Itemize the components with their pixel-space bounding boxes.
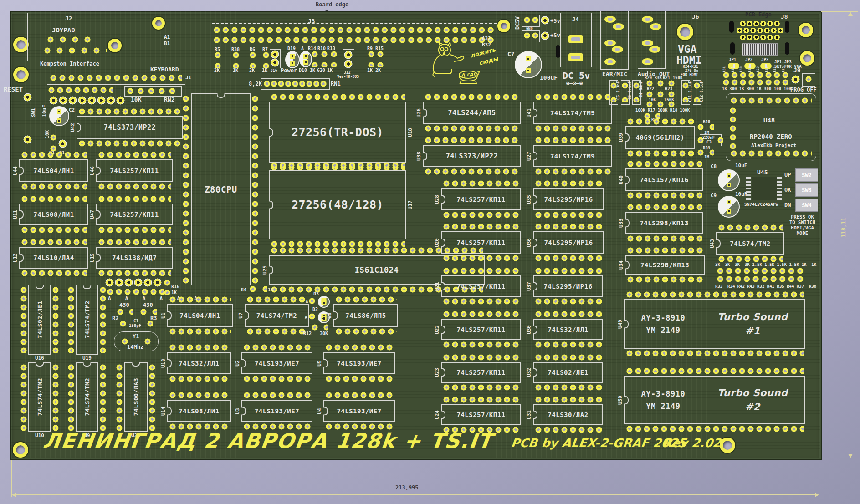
dim-ext-right2	[819, 460, 819, 497]
dc5v-text: DC 5v	[563, 71, 590, 81]
r24-r31-pads-bottom	[722, 79, 789, 86]
r1-value: 10K	[45, 130, 50, 138]
pin1-notch	[533, 282, 538, 290]
sw2-button: SW2	[795, 168, 818, 182]
chip-u29: U2974LS00/ЛА3	[124, 362, 148, 432]
dim-arrow-up-icon	[848, 12, 853, 16]
j12-outline	[343, 49, 354, 70]
pin1-notch	[625, 219, 630, 227]
chip-ref: U38	[416, 152, 422, 161]
rn1-outline	[261, 78, 330, 90]
ladder-refs: R33 R34 R42 R43 R32 R41 R35 R44 R37 R36	[715, 284, 816, 289]
turbo-sound-name: Turbo Sound	[717, 311, 788, 322]
u48-pads-bottom	[730, 150, 812, 157]
chip-label: 74LS174/ТМ9	[550, 153, 595, 160]
chip-ref: U7	[238, 312, 244, 318]
dc5v-pads-b	[523, 32, 538, 39]
rn1-pads	[263, 81, 327, 87]
j12-pads	[343, 50, 353, 60]
p5v-label-a: +5v	[550, 18, 560, 25]
j8-slot	[785, 21, 789, 33]
chip-u45	[752, 177, 777, 200]
chip-ref: U15	[89, 253, 95, 262]
pin1-notch	[167, 407, 172, 415]
chip-u22: U2274LS257/КП11	[441, 319, 521, 340]
chip-label: 74LS157/КП16	[640, 176, 688, 183]
chip-label: 74LS00/ЛА3	[133, 378, 139, 416]
chip-u35: U3574LS295/ИР16	[533, 188, 604, 210]
chip-u10: U1074LS74/ТМ2	[28, 362, 51, 432]
mounting-hole	[152, 17, 165, 30]
chip-label: 74LS08/ЛИ1	[179, 407, 219, 415]
chip-u21: U2174LS257/КП11	[441, 275, 521, 297]
chip-ref: U30	[526, 325, 532, 334]
chip-z80: Z80CPU	[191, 93, 251, 285]
mode-note: PRESS OK TO SWITCH HDMI/VGA MODE	[789, 214, 815, 236]
chip-label: 74LS257/КП11	[110, 167, 159, 174]
config-pads	[106, 289, 164, 295]
c9-capacitor	[718, 196, 740, 218]
chip-ref: U25	[262, 265, 268, 275]
chip-ref: U5	[317, 360, 322, 366]
chip-label: 74LS74/ТМ2	[84, 378, 91, 416]
pin1-notch	[441, 325, 445, 334]
jp1-label: JP1	[729, 57, 736, 62]
vga-label: VGA	[678, 43, 697, 55]
j3-dashed-line	[212, 23, 497, 24]
jack-pad	[650, 23, 661, 30]
dim-arrow-left-icon	[12, 493, 16, 497]
d19-led	[285, 51, 300, 68]
r3-value430: 430	[143, 302, 153, 309]
chip-ref: U12	[12, 253, 18, 262]
j16-outline	[270, 49, 281, 68]
ladder-values: 3K 3K 3K 3K 1,5K 1,5K 1,5K 1,5K 1K 1K	[715, 262, 816, 267]
chip-ref: U17	[407, 200, 413, 209]
r16-label: R16	[171, 284, 179, 290]
jack-pad	[642, 40, 653, 46]
j3-pads-row-a	[213, 27, 496, 33]
r4-label: R4	[241, 287, 246, 293]
chip-ref: U39	[618, 133, 624, 142]
chip-u39: U394069(561ЛН2)	[625, 126, 695, 149]
kempston-label: Kempston Interface	[40, 61, 99, 67]
hdmi-pads-row2	[736, 27, 783, 34]
r20-label: R20 33K	[645, 76, 662, 80]
chip-label: 74LS373/ИР22	[446, 152, 498, 160]
chip-label: 74LS257/КП11	[456, 283, 505, 290]
r15-pads	[377, 50, 384, 67]
pin1-notch	[269, 128, 273, 137]
board-title: ЛЕНИНГРАД 2 АВРОРА 128k + TS.IT	[42, 429, 494, 453]
cat-doodle-icon	[431, 42, 481, 86]
j6-label: J6	[692, 14, 699, 20]
u48-ref: U48	[763, 117, 775, 124]
r5-value: 2K	[214, 68, 220, 73]
chip-u5: U574LS193/ИЕ7	[323, 352, 395, 374]
chip-u34: U3474LS298/КП13	[625, 255, 705, 275]
j3-b1-label: B1	[164, 41, 170, 47]
dim-arrow-right-icon	[815, 493, 819, 497]
dc5v-sq-pad-a	[540, 15, 550, 25]
chip-u44: U4474LS04/ЛН1	[19, 159, 88, 182]
pin1-notch	[96, 210, 101, 219]
dc5v-outline-b	[522, 30, 540, 42]
chip-label: 74LS32/ЛЛ1	[179, 360, 219, 367]
r6-value: 2K	[249, 68, 255, 73]
pin1-notch	[167, 311, 172, 320]
r15-value: 2K	[375, 68, 381, 73]
c12-label: C12 0.1uF	[700, 81, 704, 102]
r9-pads	[368, 50, 374, 67]
c1-outline: C1 150pF	[123, 318, 150, 330]
filter-pads-1	[645, 80, 678, 87]
pin1-notch	[167, 359, 172, 367]
pcb-render-view: Board edge 118,11 213,995 J2 JOYPAD Kemp…	[0, 0, 860, 504]
chip-ref: U3	[235, 408, 241, 414]
sw2-label: SW2	[802, 172, 812, 178]
pin1-notch	[83, 285, 92, 289]
pin1-notch	[36, 285, 44, 289]
chip-u46: U4674LS257/КП11	[96, 159, 173, 182]
chip-u49: U49 AY-3-8910YM 2149 Turbo Sound#1	[624, 299, 805, 349]
chip-ref: U10	[35, 433, 44, 438]
turbo-sound-number: #1	[745, 326, 760, 336]
r14-pads	[312, 50, 318, 67]
chip-ref: U13	[160, 359, 166, 368]
